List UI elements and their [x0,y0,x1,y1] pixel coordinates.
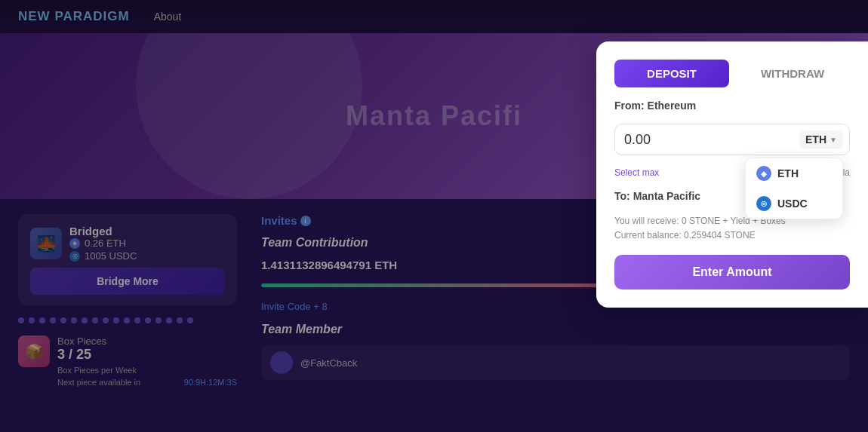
deposit-tab[interactable]: DEPOSIT [614,60,729,87]
amount-row: ETH ▼ ◈ ETH ◎ USDC [614,124,850,155]
token-selector[interactable]: ETH ▼ [799,130,843,149]
token-dropdown: ◈ ETH ◎ USDC [745,158,843,219]
usdc-option[interactable]: ◎ USDC [746,188,842,219]
from-label: From: Ethereum [614,100,850,112]
eth-option[interactable]: ◈ ETH [746,158,842,188]
selected-token: ETH [805,133,826,146]
chevron-down-icon: ▼ [830,136,837,144]
deposit-modal: DEPOSIT WITHDRAW From: Ethereum ETH ▼ ◈ … [596,41,868,308]
enter-amount-button[interactable]: Enter Amount [614,255,850,290]
withdraw-tab[interactable]: WITHDRAW [735,60,850,87]
eth-option-label: ETH [777,167,799,179]
select-max-link[interactable]: Select max [614,167,659,178]
eth-token-icon: ◈ [756,166,771,181]
usdc-token-icon: ◎ [756,196,771,211]
usdc-option-label: USDC [777,198,808,210]
amount-input[interactable] [624,132,799,148]
modal-tabs: DEPOSIT WITHDRAW [614,60,850,87]
